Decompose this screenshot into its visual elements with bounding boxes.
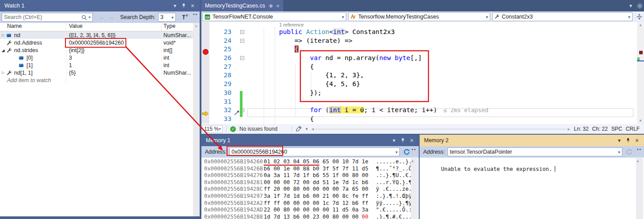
chevron-down-icon[interactable]: ▾ [626,1,635,10]
pin-icon[interactable] [179,1,188,10]
line-number[interactable]: 25 [209,45,235,54]
watch-value[interactable]: 1 [69,62,72,68]
memory-row[interactable]: 0x000002556B19426Bb6 00 1e 00 88 b0 3f 5… [201,166,419,173]
toolbar-overflow-icon[interactable]: •• [193,12,198,17]
close-icon[interactable]: × [276,3,280,9]
close-icon[interactable]: × [188,1,197,10]
column-header-value[interactable]: Value [66,23,162,31]
back-arrow-icon[interactable]: ← [99,14,105,21]
code-line-31[interactable]: 31 [201,98,644,106]
watch-value[interactable]: {[[1, 2, 3], [4, 5, 6]]} [69,32,116,38]
split-editor-icon[interactable] [635,12,643,21]
pin-icon[interactable] [624,136,633,145]
watch-value[interactable]: 3 [69,55,72,61]
expander-icon[interactable]: ▷ [0,71,6,75]
scroll-up-icon[interactable]: ▲ [193,23,200,29]
code-area[interactable]: 1 reference23− public Action<int> Consta… [201,22,644,124]
code-line-25[interactable]: 25 { [201,45,644,54]
add-item-to-watch[interactable]: Add item to watch [0,77,51,83]
code-line-26[interactable]: 26− var nd = np.array(new byte[,] [201,54,644,63]
watch-row[interactable]: ▷nd[1, 1]{5}NumShar... [0,69,200,76]
code-line-32[interactable]: 32− for (int i = 0; i < iterate; i++)≤ 2… [201,106,644,115]
project-dropdown[interactable]: C# TensorFlowNET.Console ▾ [202,12,346,21]
watch-value-annotated[interactable]: 0x000002556b194260 [69,40,124,46]
window-position-icon[interactable]: ▾ [170,1,179,10]
window-position-icon[interactable]: ▾ [390,136,398,145]
memory2-address-input[interactable]: tensor.TensorDataPointer ▾ [447,147,622,156]
code-line-33[interactable]: 33 { [201,115,644,124]
code-line-23[interactable]: 23− public Action<int> Constant2x3 [201,28,644,37]
search-input[interactable]: Search (Ctrl+E) ▾ [2,13,93,22]
code-line-27[interactable]: 27 { [201,63,644,72]
memory1-hex-dump[interactable]: 0x000002556B19426001 02 03 04 05 06 65 0… [201,158,419,219]
memory-row[interactable]: 0x000002556B1942760a 3a 11 7d 1f b6 55 1… [201,172,419,179]
line-number[interactable]: 27 [209,63,235,72]
memory1-address-input[interactable]: 0x000002556B194260 ▾ [229,147,400,156]
member-dropdown[interactable]: Constant2x3 ▾ [492,12,633,21]
toolbar-overflow-icon[interactable]: •• [637,147,642,152]
watch-titlebar[interactable]: Watch 1 ▾ × [0,0,200,11]
scroll-down-icon[interactable]: ▼ [637,118,644,124]
watch-row[interactable]: nd.Address0x000002556b194260void* [0,39,200,46]
zoom-level-select[interactable]: 115 % ▾ [202,125,223,133]
window-position-icon[interactable]: ▾ [615,136,624,145]
line-number[interactable]: 33 [209,115,235,124]
issues-status-text[interactable]: No issues found [239,126,277,132]
memory-row[interactable]: 0x000002556B1942A2ff ff 00 00 00 00 1c 7… [201,200,419,207]
memory1-titlebar[interactable]: Memory 1 ▾ × [201,135,419,146]
pin-icon[interactable] [398,136,407,145]
watch-row[interactable]: [1]1int [0,61,200,69]
memory2-message-area[interactable]: Unable to evaluate the expression. [420,158,644,180]
refresh-icon[interactable] [403,149,410,155]
scroll-up-icon[interactable]: ▲ [636,159,640,163]
code-line-28[interactable]: 28 {1, 2, 3}, [201,71,644,80]
line-number[interactable]: 26 [209,54,235,63]
toolbar-overflow-icon[interactable]: •• [412,147,417,152]
watch-value[interactable]: {5} [69,70,76,76]
memory-row[interactable]: 0x000002556B1942AD22 00 80 00 00 00 00 1… [201,207,419,214]
collapse-region-icon[interactable]: − [240,39,244,43]
chevron-down-icon[interactable]: ▾ [306,127,308,131]
pin-icon[interactable] [268,4,273,8]
memory2-titlebar[interactable]: Memory 2 ▾ × [420,135,644,146]
code-cleanup-broom-icon[interactable] [295,126,302,132]
search-depth-select[interactable]: 3 ▾ [158,13,176,22]
line-number[interactable]: 32 [209,106,235,115]
watch-scrollbar[interactable]: ▲ [193,23,200,216]
memory-row[interactable]: 0x000002556B19428Cff 20 00 80 00 00 00 0… [201,186,419,193]
codelens-references[interactable]: 1 reference [248,22,304,28]
scroll-up-icon[interactable]: ▲ [411,159,414,163]
line-number[interactable]: 24 [209,37,235,45]
class-dropdown[interactable]: Tensorflow.MemoryTestingCases ▾ [348,12,490,21]
code-line-24[interactable]: 24− => (iterate) => [201,37,644,45]
breakpoint-icon[interactable] [203,49,208,55]
line-number[interactable]: 30 [209,89,235,98]
line-number[interactable]: 23 [209,28,235,37]
watch-row[interactable]: Add item to watch [0,76,200,84]
memory-row[interactable]: 0x000002556B19428100 00 00 72 00 dd 51 1… [201,179,419,186]
watch-column-headers[interactable]: Name Value Type [0,23,200,31]
watch-row[interactable]: [0]3int [0,54,200,61]
search-options-chevron-icon[interactable]: ▾ [88,15,91,19]
watch-value[interactable]: {int[2]} [69,47,84,53]
memory1-scrollbar[interactable]: ▲ [411,157,418,219]
collapse-region-icon[interactable]: − [240,56,244,60]
column-header-name[interactable]: Name [0,23,66,31]
editor-scrollbar[interactable]: ▲ ▼ [637,22,644,124]
memory-row[interactable]: 0x000002556B1942973a 1f 7d 1d b6 00 21 0… [201,193,419,200]
scroll-right-icon[interactable]: ▶ [568,127,570,131]
filter-icon[interactable] [182,14,188,20]
line-number[interactable]: 28 [209,71,235,80]
scroll-up-icon[interactable]: ▲ [637,22,644,28]
scroll-left-icon[interactable]: ◀ [311,127,314,131]
horizontal-scrollbar[interactable]: ◀ ▶ [311,126,571,132]
search-icon[interactable] [81,15,87,20]
line-number[interactable]: 31 [209,98,235,106]
close-icon[interactable]: × [407,136,416,145]
memory2-scrollbar[interactable]: ▲ [636,157,643,219]
tab-memorytestingcases[interactable]: MemoryTestingCases.cs × [201,0,283,11]
memory-row[interactable]: 0x000002556B19426001 02 03 04 05 06 65 0… [201,159,419,166]
expander-icon[interactable]: ▷ [0,33,6,37]
code-line-30[interactable]: 30 }); [201,89,644,98]
code-line-29[interactable]: 29 {4, 5, 6} [201,80,644,89]
